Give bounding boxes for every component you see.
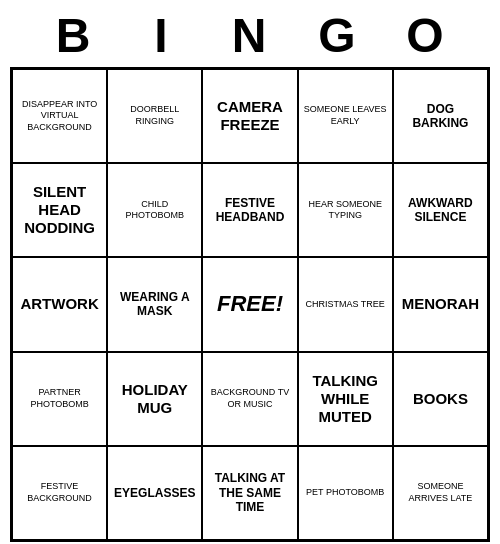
bingo-cell-3[interactable]: SOMEONE LEAVES EARLY — [298, 69, 393, 163]
bingo-cell-22[interactable]: TALKING AT THE SAME TIME — [202, 446, 297, 540]
header-letter: N — [206, 8, 294, 63]
bingo-cell-11[interactable]: WEARING A MASK — [107, 257, 202, 351]
bingo-cell-13[interactable]: CHRISTMAS TREE — [298, 257, 393, 351]
bingo-cell-8[interactable]: HEAR SOMEONE TYPING — [298, 163, 393, 257]
bingo-cell-5[interactable]: SILENT HEAD NODDING — [12, 163, 107, 257]
bingo-cell-6[interactable]: CHILD PHOTOBOMB — [107, 163, 202, 257]
bingo-cell-21[interactable]: EYEGLASSES — [107, 446, 202, 540]
header-letter: O — [382, 8, 470, 63]
bingo-cell-14[interactable]: MENORAH — [393, 257, 488, 351]
bingo-cell-17[interactable]: BACKGROUND TV OR MUSIC — [202, 352, 297, 446]
bingo-cell-0[interactable]: DISAPPEAR INTO VIRTUAL BACKGROUND — [12, 69, 107, 163]
bingo-cell-19[interactable]: BOOKS — [393, 352, 488, 446]
bingo-cell-20[interactable]: FESTIVE BACKGROUND — [12, 446, 107, 540]
bingo-cell-24[interactable]: SOMEONE ARRIVES LATE — [393, 446, 488, 540]
header-letter: B — [30, 8, 118, 63]
bingo-cell-2[interactable]: CAMERA FREEZE — [202, 69, 297, 163]
bingo-cell-16[interactable]: HOLIDAY MUG — [107, 352, 202, 446]
bingo-header: BINGO — [10, 0, 490, 67]
bingo-cell-15[interactable]: PARTNER PHOTOBOMB — [12, 352, 107, 446]
header-letter: G — [294, 8, 382, 63]
bingo-cell-18[interactable]: TALKING WHILE MUTED — [298, 352, 393, 446]
bingo-cell-23[interactable]: PET PHOTOBOMB — [298, 446, 393, 540]
bingo-cell-7[interactable]: FESTIVE HEADBAND — [202, 163, 297, 257]
bingo-cell-1[interactable]: DOORBELL RINGING — [107, 69, 202, 163]
bingo-cell-4[interactable]: DOG BARKING — [393, 69, 488, 163]
bingo-cell-10[interactable]: ARTWORK — [12, 257, 107, 351]
bingo-grid: DISAPPEAR INTO VIRTUAL BACKGROUNDDOORBEL… — [10, 67, 490, 542]
bingo-cell-9[interactable]: AWKWARD SILENCE — [393, 163, 488, 257]
bingo-cell-12[interactable]: FREE! — [202, 257, 297, 351]
header-letter: I — [118, 8, 206, 63]
